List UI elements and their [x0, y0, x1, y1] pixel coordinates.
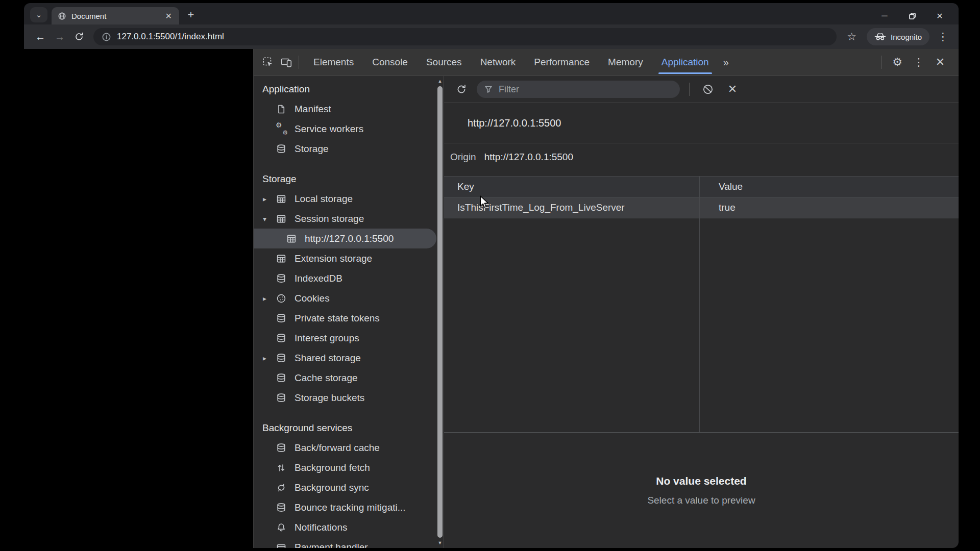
column-header-key[interactable]: Key: [444, 181, 713, 192]
sidebar-item-storage[interactable]: Storage: [254, 139, 444, 159]
more-tabs-button[interactable]: »: [718, 57, 734, 68]
url-text: 127.0.0.1:5500/1/index.html: [117, 32, 224, 42]
tab-application[interactable]: Application: [652, 49, 718, 76]
sidebar-item-extension-storage[interactable]: Extension storage: [254, 248, 444, 268]
column-header-value[interactable]: Value: [713, 181, 743, 192]
up-down-arrows-icon: [275, 463, 287, 473]
sidebar-item-background-fetch[interactable]: Background fetch: [254, 458, 444, 478]
collapse-arrow-icon[interactable]: ▾: [263, 215, 275, 223]
scroll-up-arrow-icon[interactable]: ▲: [436, 77, 444, 85]
close-window-button[interactable]: ✕: [935, 11, 944, 20]
devtools-panel: Elements Console Sources Network Perform…: [253, 49, 959, 548]
devtools-tabs: Elements Console Sources Network Perform…: [304, 49, 718, 76]
tab-performance[interactable]: Performance: [525, 49, 599, 76]
delete-selected-button[interactable]: ✕: [723, 80, 742, 98]
star-icon: ☆: [847, 31, 856, 42]
table-row[interactable]: IsThisFirstTime_Log_From_LiveServer true: [444, 197, 959, 218]
tab-elements[interactable]: Elements: [304, 49, 363, 76]
tab-close-icon[interactable]: ✕: [163, 11, 174, 21]
incognito-badge: Incognito: [867, 28, 929, 45]
devtools-close-button[interactable]: ✕: [931, 53, 949, 71]
sidebar-item-storage-buckets[interactable]: Storage buckets: [254, 388, 444, 408]
device-toolbar-button[interactable]: [277, 53, 296, 71]
sidebar-item-session-storage[interactable]: ▾ Session storage: [254, 209, 444, 229]
sidebar-item-cache-storage[interactable]: Cache storage: [254, 368, 444, 388]
sidebar-item-session-storage-origin[interactable]: http://127.0.0.1:5500: [254, 229, 436, 248]
forward-button[interactable]: →: [51, 28, 69, 46]
storage-origin-title: http://127.0.0.1:5500: [444, 103, 959, 143]
tab-title: Document: [71, 12, 158, 20]
three-dots-icon: ⋮: [938, 31, 948, 42]
table-icon: [275, 214, 287, 224]
table-icon: [275, 254, 287, 264]
scrollbar-thumb[interactable]: [437, 86, 443, 538]
bookmark-star-button[interactable]: ☆: [842, 31, 862, 43]
filter-box[interactable]: [477, 81, 680, 98]
sidebar-item-payment-handler[interactable]: Payment handler: [254, 537, 444, 548]
storage-main-panel: ✕ http://127.0.0.1:5500 Origin http://12…: [444, 76, 959, 548]
storage-toolbar: ✕: [444, 76, 959, 103]
browser-window: ⌄ Document ✕ + ─ ✕ ← →: [24, 3, 959, 548]
gear-icon: ⚙: [892, 56, 902, 69]
sidebar-item-manifest[interactable]: Manifest: [254, 99, 444, 119]
clear-all-button[interactable]: [699, 80, 717, 98]
column-divider[interactable]: [699, 177, 700, 432]
inspect-element-button[interactable]: [259, 53, 277, 71]
new-tab-button[interactable]: +: [183, 7, 199, 22]
sidebar-item-back-forward-cache[interactable]: Back/forward cache: [254, 438, 444, 458]
tab-network[interactable]: Network: [471, 49, 525, 76]
browser-menu-button[interactable]: ⋮: [935, 31, 951, 43]
devtools-body: Application Manifest ⚙⚙: [254, 76, 959, 548]
window-body: Elements Console Sources Network Perform…: [24, 49, 959, 548]
minimize-button[interactable]: ─: [880, 11, 889, 20]
sidebar-item-background-sync[interactable]: Background sync: [254, 478, 444, 497]
row-key: IsThisFirstTime_Log_From_LiveServer: [444, 202, 713, 213]
chevron-down-icon: ⌄: [36, 10, 42, 19]
sidebar-item-notifications[interactable]: Notifications: [254, 517, 444, 537]
tab-sources[interactable]: Sources: [417, 49, 471, 76]
site-info-icon[interactable]: [102, 32, 111, 42]
row-value: true: [713, 202, 736, 213]
expand-arrow-icon[interactable]: ▸: [263, 354, 275, 362]
toolbar-separator: [689, 83, 690, 96]
card-icon: [275, 542, 287, 548]
sidebar-item-shared-storage[interactable]: ▸ Shared storage: [254, 348, 444, 368]
browser-tab[interactable]: Document ✕: [52, 7, 179, 24]
sidebar-item-interest-groups[interactable]: Interest groups: [254, 328, 444, 348]
scroll-down-arrow-icon[interactable]: ▼: [436, 539, 444, 547]
sidebar-item-cookies[interactable]: ▸ Cookies: [254, 288, 444, 308]
table-icon: [285, 234, 298, 244]
sidebar-item-private-state-tokens[interactable]: Private state tokens: [254, 308, 444, 328]
page-content[interactable]: [24, 49, 253, 548]
address-bar[interactable]: 127.0.0.1:5500/1/index.html: [93, 28, 837, 45]
database-icon: [275, 144, 287, 154]
reload-button[interactable]: [70, 28, 88, 46]
sidebar-scrollbar[interactable]: ▲ ▼: [436, 76, 444, 548]
tab-search-button[interactable]: ⌄: [30, 7, 47, 22]
x-icon: ✕: [728, 83, 737, 96]
filter-input[interactable]: [498, 84, 672, 95]
expand-arrow-icon[interactable]: ▸: [263, 294, 275, 303]
devtools-menu-button[interactable]: ⋮: [910, 53, 928, 71]
database-icon: [275, 313, 287, 323]
tab-console[interactable]: Console: [363, 49, 417, 76]
window-controls: ─ ✕: [880, 11, 951, 24]
plus-icon: +: [188, 8, 194, 21]
back-button[interactable]: ←: [31, 28, 50, 46]
browser-toolbar: ← → 127.0.0.1:5500/1/index.html ☆ Incogn…: [24, 24, 959, 49]
refresh-button[interactable]: [452, 80, 471, 98]
expand-arrow-icon[interactable]: ▸: [263, 195, 275, 203]
cookie-icon: [275, 293, 287, 304]
database-icon: [275, 393, 287, 403]
settings-button[interactable]: ⚙: [888, 53, 906, 71]
sidebar-item-bounce-tracking-mitigations[interactable]: Bounce tracking mitigati...: [254, 497, 444, 517]
sidebar-item-local-storage[interactable]: ▸ Local storage: [254, 189, 444, 209]
database-icon: [275, 503, 287, 513]
origin-label: Origin: [450, 152, 476, 163]
sidebar-item-indexeddb[interactable]: IndexedDB: [254, 268, 444, 288]
devtools-toolbar: Elements Console Sources Network Perform…: [254, 49, 959, 76]
sidebar-item-service-workers[interactable]: ⚙⚙ Service workers: [254, 119, 444, 139]
session-storage-table: Key Value IsThisFirstTime_Log_From_LiveS…: [444, 176, 959, 433]
tab-memory[interactable]: Memory: [599, 49, 652, 76]
restore-button[interactable]: [908, 11, 917, 20]
